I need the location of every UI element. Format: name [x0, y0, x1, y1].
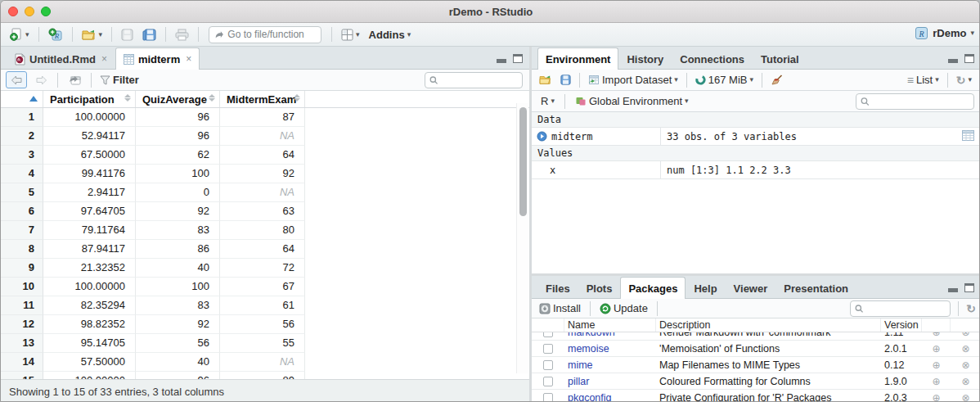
zoom-window-button[interactable]	[41, 7, 51, 16]
package-row[interactable]: pkgconfigPrivate Configuration for 'R' P…	[532, 390, 980, 402]
packages-header-name[interactable]: Name	[564, 318, 656, 332]
language-selector[interactable]: R ▾	[538, 93, 557, 109]
tab-history[interactable]: History	[618, 47, 672, 70]
table-cell[interactable]: 87	[220, 108, 305, 127]
update-button[interactable]: Update	[597, 300, 650, 316]
print-button[interactable]	[173, 27, 191, 43]
table-cell[interactable]: 89	[220, 372, 305, 379]
tab-packages[interactable]: Packages	[620, 277, 686, 299]
tab-plots[interactable]: Plots	[578, 277, 621, 299]
refresh-packages-button[interactable]: ↻	[966, 303, 976, 314]
package-checkbox[interactable]	[543, 332, 553, 337]
package-row[interactable]: markdownRender Markdown with 'commonmark…	[532, 332, 980, 341]
table-cell[interactable]: 63	[220, 202, 305, 221]
table-cell[interactable]: 2.94117	[43, 183, 136, 202]
table-row[interactable]: 367.500006264	[1, 146, 529, 165]
column-header-quizaverage[interactable]: QuizAverage	[136, 91, 220, 107]
data-viewer-search-input[interactable]	[441, 75, 518, 86]
table-cell[interactable]: 95.14705	[43, 334, 136, 353]
table-row[interactable]: 1100.000009687	[1, 108, 529, 127]
table-row[interactable]: 1298.823529256	[1, 315, 529, 334]
close-tab-icon[interactable]: ×	[101, 53, 107, 65]
package-website-icon[interactable]: ⊕	[922, 376, 951, 387]
back-button[interactable]	[6, 71, 27, 88]
project-menu-button[interactable]: R rDemo ▾	[915, 26, 974, 40]
table-cell[interactable]: 92	[136, 202, 220, 221]
table-row[interactable]: 52.941170NA	[1, 183, 529, 202]
package-row[interactable]: memoise'Memoisation' of Functions2.0.1⊕⊗	[532, 341, 980, 357]
open-file-button[interactable]: ▾	[79, 27, 106, 43]
table-row[interactable]: 887.941178664	[1, 240, 529, 259]
table-cell[interactable]: NA	[220, 353, 305, 372]
package-remove-icon[interactable]: ⊗	[951, 343, 980, 355]
column-header-participation[interactable]: Participation	[43, 91, 136, 107]
table-cell[interactable]: NA	[220, 183, 305, 202]
open-in-new-window-button[interactable]	[64, 71, 85, 88]
environment-search[interactable]	[856, 93, 974, 110]
table-row[interactable]: 10100.0000010067	[1, 278, 529, 296]
environment-object-midterm[interactable]: midterm 33 obs. of 3 variables	[532, 128, 980, 146]
package-name-link[interactable]: memoise	[564, 343, 656, 355]
table-cell[interactable]: 80	[220, 221, 305, 240]
table-row[interactable]: 1457.5000040NA	[1, 353, 529, 372]
package-remove-icon[interactable]: ⊗	[951, 392, 980, 402]
table-cell[interactable]: 87.94117	[43, 240, 136, 259]
save-workspace-button[interactable]	[558, 73, 573, 87]
forward-button[interactable]	[30, 71, 52, 88]
environment-object-x[interactable]: x num [1:3] 1.1 2.2 3.3	[532, 161, 980, 179]
rownum-header[interactable]	[1, 91, 43, 107]
packages-search-input[interactable]	[867, 303, 946, 314]
table-cell[interactable]: 21.32352	[43, 259, 136, 278]
table-cell[interactable]: 52.94117	[43, 127, 136, 146]
table-cell[interactable]: 72	[220, 259, 305, 278]
table-cell[interactable]: 64	[220, 146, 305, 165]
tab-environment[interactable]: Environment	[537, 47, 618, 70]
minimize-pane-button[interactable]	[948, 288, 958, 292]
tab-tutorial[interactable]: Tutorial	[753, 47, 807, 70]
table-cell[interactable]: 40	[136, 353, 220, 372]
environment-search-input[interactable]	[873, 96, 969, 107]
expand-object-icon[interactable]	[537, 131, 547, 142]
minimize-window-button[interactable]	[25, 7, 34, 16]
table-cell[interactable]: 92	[136, 315, 220, 334]
tab-midterm[interactable]: midterm ×	[115, 47, 200, 70]
tab-viewer[interactable]: Viewer	[726, 277, 776, 299]
table-cell[interactable]: 83	[136, 221, 220, 240]
data-viewer-search[interactable]	[425, 72, 523, 88]
memory-usage-button[interactable]: 167 MiB ▾	[693, 72, 756, 88]
package-checkbox[interactable]	[543, 393, 553, 402]
filter-button[interactable]: Filter	[97, 72, 142, 88]
import-dataset-button[interactable]: Import Dataset ▾	[586, 72, 681, 88]
addins-button[interactable]: Addins ▾	[366, 27, 414, 43]
package-checkbox[interactable]	[543, 344, 553, 354]
package-website-icon[interactable]: ⊕	[922, 392, 951, 402]
maximize-pane-button[interactable]	[513, 54, 523, 63]
package-remove-icon[interactable]: ⊗	[951, 359, 980, 371]
package-name-link[interactable]: pillar	[564, 376, 656, 387]
table-cell[interactable]: 96	[136, 372, 220, 379]
table-cell[interactable]: 100.00000	[43, 108, 136, 127]
package-website-icon[interactable]: ⊕	[922, 343, 951, 355]
table-cell[interactable]: 96	[136, 127, 220, 146]
install-button[interactable]: Install	[537, 300, 583, 316]
refresh-environment-button[interactable]: ↻ ▾	[954, 73, 974, 88]
table-cell[interactable]: 56	[220, 315, 305, 334]
table-row[interactable]: 697.647059263	[1, 202, 529, 221]
list-view-button[interactable]: ≡ List ▾	[905, 72, 942, 88]
package-website-icon[interactable]: ⊕	[922, 332, 951, 338]
packages-search[interactable]	[850, 300, 951, 317]
packages-header-description[interactable]: Description	[656, 318, 881, 332]
table-cell[interactable]: 55	[220, 334, 305, 353]
goto-file-input[interactable]	[227, 29, 316, 40]
new-project-button[interactable]: R	[46, 26, 65, 43]
table-row[interactable]: 252.9411796NA	[1, 127, 529, 146]
package-website-icon[interactable]: ⊕	[922, 359, 951, 371]
close-tab-icon[interactable]: ×	[186, 53, 191, 65]
table-cell[interactable]: 67	[220, 278, 305, 296]
data-table-scrollbar[interactable]	[516, 103, 528, 373]
view-data-button[interactable]	[962, 130, 974, 143]
maximize-pane-button[interactable]	[964, 54, 974, 63]
package-checkbox[interactable]	[543, 377, 553, 386]
package-name-link[interactable]: pkgconfig	[564, 392, 656, 402]
table-row[interactable]: 1182.352948361	[1, 296, 529, 315]
